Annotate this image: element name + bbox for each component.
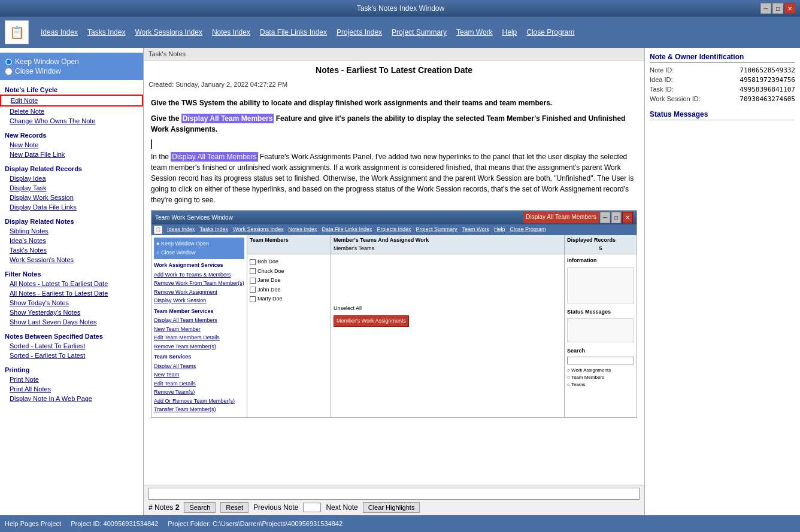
- note-content: Give the TWS System the ability to locat…: [144, 93, 644, 485]
- minimize-button[interactable]: ─: [760, 3, 771, 14]
- ss-work-sessions: Work Sessions Index: [233, 226, 283, 234]
- all-notes-latest-link[interactable]: All Notes - Latest To Earliest Date: [0, 279, 143, 288]
- ss-remove-work-assignment: Remove Work Assignment: [154, 288, 244, 297]
- search-button[interactable]: Search: [184, 502, 216, 513]
- ss-edit-team-members: Edit Team Members Details: [154, 334, 244, 342]
- ss-data-file-links: Data File Links Index: [322, 226, 372, 234]
- display-task-link[interactable]: Display Task: [0, 183, 143, 193]
- ss-information-label: Information: [567, 257, 634, 265]
- ss-status-messages-label: Status Messages: [567, 308, 634, 317]
- idea-id-row: Idea ID: 49581972394756: [650, 76, 795, 84]
- new-records-section-title: New Records: [0, 128, 143, 140]
- menu-bar: 📋 Ideas Index Tasks Index Work Sessions …: [0, 17, 800, 48]
- display-work-session-link[interactable]: Display Work Session: [0, 193, 143, 202]
- work-session-id-value: 70930463274605: [740, 95, 795, 103]
- note-number-input[interactable]: [303, 503, 321, 512]
- ss-checkbox-marty: [250, 296, 256, 302]
- content-created-date: Created: Sunday, January 2, 2022 04:27:2…: [144, 80, 644, 93]
- note-divider: [151, 139, 637, 149]
- idea-id-label: Idea ID:: [650, 76, 673, 84]
- keep-window-open-option[interactable]: Keep Window Open: [5, 57, 138, 66]
- sorted-latest-earliest-link[interactable]: Sorted - Latest To Earliest: [0, 341, 143, 351]
- delete-note-link[interactable]: Delete Note: [0, 107, 143, 116]
- close-window-radio[interactable]: [5, 68, 13, 75]
- new-note-link[interactable]: New Note: [0, 140, 143, 150]
- tasks-notes-link[interactable]: Task's Notes: [0, 245, 143, 255]
- display-data-file-links-link[interactable]: Display Data File Links: [0, 202, 143, 212]
- close-window-option[interactable]: Close Window: [5, 67, 138, 75]
- ss-displayed-records-header: Displayed Records5: [565, 235, 637, 254]
- sorted-earliest-latest-link[interactable]: Sorted - Earliest To Latest: [0, 351, 143, 360]
- app-icon: 📋: [5, 20, 29, 44]
- ss-remove-work-member: Remove Work From Team Member(s): [154, 279, 244, 288]
- ss-information-box: [567, 267, 634, 303]
- last-seven-days-link[interactable]: Show Last Seven Days Notes: [0, 317, 143, 327]
- new-data-file-link-link[interactable]: New Data File Link: [0, 150, 143, 159]
- work-sessions-notes-link[interactable]: Work Session's Notes: [0, 255, 143, 265]
- ss-team-member-services: Team Member Services: [154, 308, 244, 316]
- ss-panel-body: Bob Doe Chuck Doe Jane Doe John Doe Mart…: [247, 254, 637, 417]
- all-notes-earliest-link[interactable]: All Notes - Earliest To Latest Date: [0, 288, 143, 298]
- yesterdays-notes-link[interactable]: Show Yesterday's Notes: [0, 308, 143, 317]
- ss-status-messages-box: [567, 318, 634, 342]
- screenshot-menu-bar: 📋 Ideas Index Tasks Index Work Sessions …: [151, 224, 637, 235]
- ss-checkbox-chuck: [250, 268, 256, 274]
- ss-close-program: Close Program: [510, 226, 546, 234]
- title-bar-text: Task's Notes Index Window: [41, 4, 760, 13]
- note-para-1-text: Give the TWS System the ability to locat…: [151, 99, 552, 107]
- ss-member-chuck: Chuck Doe: [250, 267, 328, 276]
- ss-project-summary: Project Summary: [416, 226, 457, 234]
- display-note-web-link[interactable]: Display Note In A Web Page: [0, 394, 143, 403]
- ss-team-work: Team Work: [462, 226, 489, 234]
- note-para-3: In the Display All Team Members Feature'…: [151, 151, 637, 205]
- right-panel: Note & Owner Identification Note ID: 710…: [644, 48, 800, 515]
- search-input[interactable]: display all team members: [149, 488, 640, 500]
- lifecycle-section-title: Note's Life Cycle: [0, 83, 143, 95]
- sibling-notes-link[interactable]: Sibling Notes: [0, 226, 143, 236]
- idea-id-value: 49581972394756: [740, 76, 795, 84]
- highlight-display-all-team-members-2: Display All Team Members: [171, 152, 257, 162]
- clear-highlights-button[interactable]: Clear Highlights: [363, 502, 420, 513]
- menu-team-work[interactable]: Team Work: [451, 26, 497, 39]
- ss-checkbox-jane: [250, 278, 256, 284]
- ss-ideas-index: Ideas Index: [167, 226, 195, 234]
- ss-add-remove-team-members: Add Or Remove Team Member(s): [154, 397, 244, 406]
- notes-count-label: # Notes 2: [149, 503, 179, 512]
- status-project-id: Project ID: 400956931534842: [71, 520, 158, 527]
- close-button[interactable]: ✕: [784, 3, 795, 14]
- ss-search-label: Search: [567, 347, 634, 355]
- ss-projects-index: Projects Index: [377, 226, 411, 234]
- ss-add-work: Add Work To Teams & Members: [154, 271, 244, 279]
- status-messages-title: Status Messages: [650, 110, 795, 120]
- print-note-link[interactable]: Print Note: [0, 375, 143, 384]
- menu-notes-index[interactable]: Notes Index: [207, 26, 255, 39]
- ss-keep-open: ● Keep Window Open: [156, 240, 242, 248]
- ss-member-teams-header: Member's Teams And Assigned WorkMember's…: [331, 235, 565, 254]
- menu-data-file-links-index[interactable]: Data File Links Index: [255, 26, 332, 39]
- restore-button[interactable]: □: [772, 3, 783, 14]
- sidebar: Keep Window Open Close Window Note's Lif…: [0, 48, 144, 515]
- ss-member-jane: Jane Doe: [250, 276, 328, 285]
- ss-radio-work-assignments: ○ Work Assignments: [567, 367, 634, 374]
- reset-button[interactable]: Reset: [220, 502, 249, 513]
- edit-note-link[interactable]: Edit Note: [0, 95, 143, 107]
- todays-notes-link[interactable]: Show Today's Notes: [0, 298, 143, 308]
- menu-ideas-index[interactable]: Ideas Index: [36, 26, 83, 39]
- print-all-notes-link[interactable]: Print All Notes: [0, 384, 143, 394]
- title-bar: Task's Notes Index Window ─ □ ✕: [0, 0, 800, 17]
- menu-project-summary[interactable]: Project Summary: [387, 26, 451, 39]
- ss-checkbox-john: [250, 287, 256, 293]
- keep-window-open-radio[interactable]: [5, 58, 13, 66]
- screenshot-window-controls: Display All Team Members ─ □ ✕: [523, 212, 633, 223]
- menu-help[interactable]: Help: [498, 26, 522, 39]
- menu-close-program[interactable]: Close Program: [522, 26, 579, 39]
- display-idea-link[interactable]: Display Idea: [0, 174, 143, 183]
- screenshot-close: ✕: [622, 212, 633, 223]
- menu-projects-index[interactable]: Projects Index: [332, 26, 387, 39]
- ss-checkbox-bob: [250, 259, 256, 265]
- previous-note-label: Previous Note: [253, 503, 298, 512]
- change-owner-link[interactable]: Change Who Owns The Note: [0, 116, 143, 126]
- menu-work-sessions-index[interactable]: Work Sessions Index: [130, 26, 207, 39]
- menu-tasks-index[interactable]: Tasks Index: [83, 26, 130, 39]
- ideas-notes-link[interactable]: Idea's Notes: [0, 236, 143, 245]
